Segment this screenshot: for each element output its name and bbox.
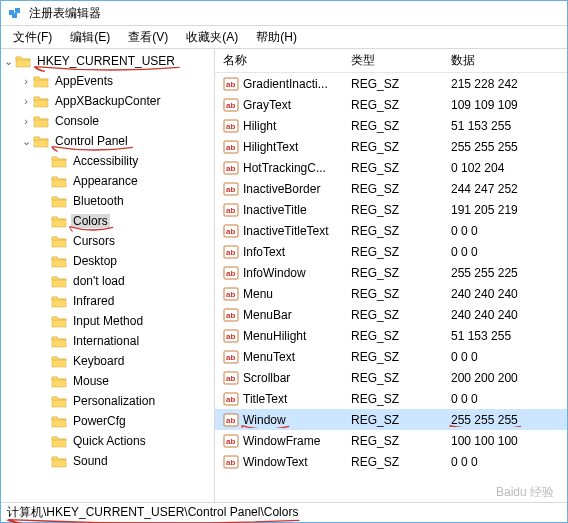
tree-label[interactable]: Console <box>53 114 101 128</box>
cell-data: 0 0 0 <box>443 392 567 406</box>
table-row[interactable]: abInfoWindowREG_SZ255 255 225 <box>215 262 567 283</box>
column-header-type[interactable]: 类型 <box>343 52 443 69</box>
tree-label[interactable]: International <box>71 334 141 348</box>
folder-icon <box>51 314 67 328</box>
tree-label[interactable]: Mouse <box>71 374 111 388</box>
column-header-data[interactable]: 数据 <box>443 52 567 69</box>
tree-node[interactable]: ›Personalization <box>1 391 214 411</box>
titlebar[interactable]: 注册表编辑器 <box>1 1 567 26</box>
list-panel[interactable]: 名称 类型 数据 abGradientInacti...REG_SZ215 22… <box>215 49 567 502</box>
chevron-down-icon[interactable]: ⌄ <box>1 55 15 68</box>
tree-panel[interactable]: ⌄HKEY_CURRENT_USER›AppEvents›AppXBackupC… <box>1 49 215 502</box>
tree-node[interactable]: ›Sound <box>1 451 214 471</box>
tree-node[interactable]: ›Quick Actions <box>1 431 214 451</box>
tree-label[interactable]: Input Method <box>71 314 145 328</box>
tree-label[interactable]: Sound <box>71 454 110 468</box>
table-row[interactable]: abMenuHilightREG_SZ51 153 255 <box>215 325 567 346</box>
tree-node[interactable]: ›Accessibility <box>1 151 214 171</box>
table-row[interactable]: abTitleTextREG_SZ0 0 0 <box>215 388 567 409</box>
tree-node[interactable]: ›Infrared <box>1 291 214 311</box>
chevron-right-icon[interactable]: › <box>19 115 33 127</box>
menu-item-0[interactable]: 文件(F) <box>5 27 60 48</box>
tree-node[interactable]: ›International <box>1 331 214 351</box>
tree-node[interactable]: ›AppXBackupConter <box>1 91 214 111</box>
svg-text:ab: ab <box>226 332 235 341</box>
tree-node[interactable]: ›Colors <box>1 211 214 231</box>
tree-label[interactable]: Desktop <box>71 254 119 268</box>
chevron-right-icon[interactable]: › <box>19 75 33 87</box>
table-row[interactable]: abHilightREG_SZ51 153 255 <box>215 115 567 136</box>
string-value-icon: ab <box>223 349 239 365</box>
folder-icon <box>51 334 67 348</box>
table-row[interactable]: abHotTrackingC...REG_SZ0 102 204 <box>215 157 567 178</box>
tree-label[interactable]: Accessibility <box>71 154 140 168</box>
table-row[interactable]: abMenuBarREG_SZ240 240 240 <box>215 304 567 325</box>
table-row[interactable]: abMenuREG_SZ240 240 240 <box>215 283 567 304</box>
tree-label[interactable]: Cursors <box>71 234 117 248</box>
svg-rect-1 <box>15 8 20 13</box>
tree-node[interactable]: ›Console <box>1 111 214 131</box>
tree-node[interactable]: ›don't load <box>1 271 214 291</box>
tree-label[interactable]: HKEY_CURRENT_USER <box>35 54 177 68</box>
table-row[interactable]: abInactiveTitleREG_SZ191 205 219 <box>215 199 567 220</box>
table-row[interactable]: abInactiveTitleTextREG_SZ0 0 0 <box>215 220 567 241</box>
folder-icon <box>33 94 49 108</box>
tree-node[interactable]: ›Appearance <box>1 171 214 191</box>
tree-label[interactable]: AppEvents <box>53 74 115 88</box>
tree-node[interactable]: ›PowerCfg <box>1 411 214 431</box>
tree-node[interactable]: ⌄HKEY_CURRENT_USER <box>1 51 214 71</box>
table-row[interactable]: abGradientInacti...REG_SZ215 228 242 <box>215 73 567 94</box>
tree-node[interactable]: ›Cursors <box>1 231 214 251</box>
string-value-icon: ab <box>223 328 239 344</box>
tree-node[interactable]: ⌄Control Panel <box>1 131 214 151</box>
chevron-down-icon[interactable]: ⌄ <box>19 135 33 148</box>
menu-item-4[interactable]: 帮助(H) <box>248 27 305 48</box>
cell-name: abInfoWindow <box>215 265 343 281</box>
value-data: 191 205 219 <box>451 203 518 217</box>
content-area: ⌄HKEY_CURRENT_USER›AppEvents›AppXBackupC… <box>1 48 567 502</box>
menubar: 文件(F)编辑(E)查看(V)收藏夹(A)帮助(H) <box>1 26 567 48</box>
table-row[interactable]: abGrayTextREG_SZ109 109 109 <box>215 94 567 115</box>
chevron-right-icon[interactable]: › <box>19 95 33 107</box>
table-row[interactable]: abInactiveBorderREG_SZ244 247 252 <box>215 178 567 199</box>
table-row[interactable]: abScrollbarREG_SZ200 200 200 <box>215 367 567 388</box>
table-row[interactable]: abWindowFrameREG_SZ100 100 100 <box>215 430 567 451</box>
table-row[interactable]: abInfoTextREG_SZ0 0 0 <box>215 241 567 262</box>
value-data: 244 247 252 <box>451 182 518 196</box>
tree-label[interactable]: Quick Actions <box>71 434 148 448</box>
tree-node[interactable]: ›AppEvents <box>1 71 214 91</box>
tree-label[interactable]: Bluetooth <box>71 194 126 208</box>
tree-label[interactable]: Colors <box>71 214 110 228</box>
value-data: 255 255 255 <box>451 140 518 154</box>
table-row[interactable]: abWindowREG_SZ255 255 255 <box>215 409 567 430</box>
tree-node[interactable]: ›Bluetooth <box>1 191 214 211</box>
tree-label[interactable]: PowerCfg <box>71 414 128 428</box>
cell-name: abTitleText <box>215 391 343 407</box>
cell-data: 191 205 219 <box>443 203 567 217</box>
table-row[interactable]: abWindowTextREG_SZ0 0 0 <box>215 451 567 472</box>
tree-label[interactable]: Control Panel <box>53 134 130 148</box>
column-header-name[interactable]: 名称 <box>215 52 343 69</box>
cell-type: REG_SZ <box>343 224 443 238</box>
tree-label[interactable]: Keyboard <box>71 354 126 368</box>
tree-label[interactable]: Appearance <box>71 174 140 188</box>
value-name: InactiveTitle <box>243 203 307 217</box>
tree-node[interactable]: ›Keyboard <box>1 351 214 371</box>
tree-node[interactable]: ›Mouse <box>1 371 214 391</box>
tree-label[interactable]: Personalization <box>71 394 157 408</box>
tree-label[interactable]: Infrared <box>71 294 116 308</box>
cell-data: 240 240 240 <box>443 308 567 322</box>
menu-item-2[interactable]: 查看(V) <box>120 27 176 48</box>
table-row[interactable]: abMenuTextREG_SZ0 0 0 <box>215 346 567 367</box>
tree-label[interactable]: AppXBackupConter <box>53 94 162 108</box>
menu-item-1[interactable]: 编辑(E) <box>62 27 118 48</box>
value-name: Window <box>243 413 286 427</box>
folder-icon <box>51 354 67 368</box>
tree-node[interactable]: ›Desktop <box>1 251 214 271</box>
list-header[interactable]: 名称 类型 数据 <box>215 49 567 73</box>
menu-item-3[interactable]: 收藏夹(A) <box>178 27 246 48</box>
tree-label[interactable]: don't load <box>71 274 127 288</box>
tree-node[interactable]: ›Input Method <box>1 311 214 331</box>
cell-type: REG_SZ <box>343 434 443 448</box>
table-row[interactable]: abHilightTextREG_SZ255 255 255 <box>215 136 567 157</box>
